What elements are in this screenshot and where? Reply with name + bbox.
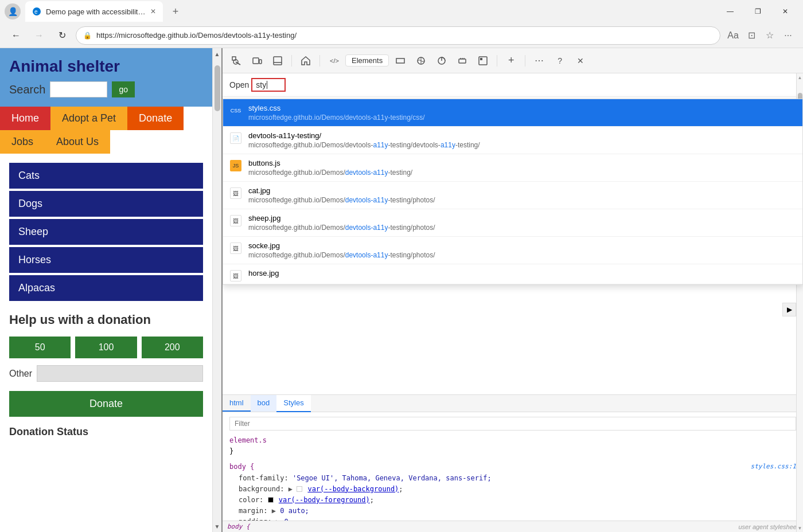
open-file-input[interactable]: sty	[251, 78, 286, 92]
close-button[interactable]: ✕	[772, 0, 798, 23]
close-devtools-button[interactable]: ✕	[571, 52, 590, 70]
help-button[interactable]: ?	[551, 52, 569, 70]
split-screen-icon[interactable]: ⊡	[743, 28, 759, 44]
suggestion-text: styles.css microsoftedge.github.io/Demos…	[248, 104, 796, 122]
scroll-area: ▲ ▼	[212, 48, 221, 532]
forward-button[interactable]: →	[30, 26, 48, 45]
favorites-icon[interactable]: ☆	[762, 28, 778, 44]
application-icon[interactable]	[474, 52, 492, 70]
url-bar[interactable]: 🔒 https://microsoftedge.github.io/Demos/…	[76, 26, 720, 45]
dt-scroll-up[interactable]: ▲	[797, 73, 803, 81]
donate-button[interactable]: Donate	[9, 391, 203, 417]
css-file-icon: CSS	[230, 105, 241, 116]
animal-cats[interactable]: Cats	[9, 163, 203, 189]
animal-dogs[interactable]: Dogs	[9, 191, 203, 217]
code-icon[interactable]: </>	[325, 52, 343, 70]
suggestion-cat-jpg[interactable]: 🖼 cat.jpg microsoftedge.github.io/Demos/…	[223, 182, 802, 209]
suggestion-buttons-js[interactable]: JS buttons.js microsoftedge.github.io/De…	[223, 154, 802, 182]
inspect-element-button[interactable]	[227, 52, 245, 70]
animal-sheep[interactable]: Sheep	[9, 219, 203, 245]
amount-200-button[interactable]: 200	[142, 337, 203, 358]
amount-50-button[interactable]: 50	[9, 337, 71, 358]
network-icon[interactable]	[391, 52, 410, 70]
suggestion-text5: sheep.jpg microsoftedge.github.io/Demos/…	[248, 214, 796, 232]
elements-tab[interactable]: Elements	[345, 54, 389, 66]
body-selector: body {	[229, 463, 254, 471]
tab-html[interactable]: html	[223, 395, 251, 412]
home-icon[interactable]	[297, 52, 315, 70]
browser-tab[interactable]: e Demo page with accessibility iss... ✕	[25, 1, 163, 22]
sources-icon[interactable]	[412, 52, 430, 70]
suggestion-name3: buttons.js	[248, 159, 796, 167]
donation-title: Help us with a donation	[9, 312, 203, 327]
nav-donate[interactable]: Donate	[127, 107, 184, 130]
jump-to-source-button[interactable]: ▶	[782, 303, 796, 316]
dt-scroll-down[interactable]: ▼	[797, 524, 803, 532]
nav-about[interactable]: About Us	[45, 130, 110, 154]
other-amount-input[interactable]	[37, 365, 203, 382]
more-tools-button[interactable]: ⋯	[530, 52, 548, 70]
page-icon: 📄	[230, 132, 241, 144]
add-tab-button[interactable]: +	[502, 52, 520, 70]
new-tab-button[interactable]: +	[167, 3, 184, 19]
tab-bod[interactable]: bod	[251, 395, 277, 412]
device-emulation-button[interactable]	[248, 52, 266, 70]
nav-home[interactable]: Home	[0, 107, 50, 130]
nav-jobs[interactable]: Jobs	[0, 130, 45, 154]
scroll-down-button[interactable]: ▼	[213, 521, 221, 532]
memory-icon[interactable]	[453, 52, 471, 70]
restore-button[interactable]: ❐	[744, 0, 771, 23]
suggestion-text4: cat.jpg microsoftedge.github.io/Demos/de…	[248, 186, 796, 204]
url-path: /Demos/devtools-a11y-testing/	[196, 31, 297, 40]
refresh-button[interactable]: ↻	[53, 26, 71, 45]
scroll-up-button[interactable]: ▲	[213, 48, 221, 60]
separator	[291, 55, 292, 66]
suggestion-name7: horse.jpg	[248, 269, 796, 277]
filter-input[interactable]	[229, 417, 796, 431]
text-cursor	[267, 81, 267, 89]
svg-rect-19	[480, 58, 482, 60]
suggestion-name5: sheep.jpg	[248, 214, 796, 222]
more-icon[interactable]: ···	[780, 28, 796, 44]
other-row: Other	[9, 365, 203, 382]
suggestion-styles-css[interactable]: CSS styles.css microsoftedge.github.io/D…	[223, 99, 802, 127]
bg-color-swatch	[297, 486, 302, 492]
performance-icon[interactable]	[432, 52, 451, 70]
search-input[interactable]	[50, 81, 107, 97]
svg-text:e: e	[34, 9, 38, 15]
suggestion-text3: buttons.js microsoftedge.github.io/Demos…	[248, 159, 796, 177]
suggestion-horse-jpg[interactable]: 🖼 horse.jpg	[223, 264, 802, 284]
tab-styles[interactable]: Styles	[276, 395, 310, 412]
css-color: color: var(--body-foreground);	[229, 495, 796, 506]
search-row: Search go	[9, 81, 203, 97]
bottom-tabs: html bod Styles	[223, 395, 803, 412]
url-domain: microsoftedge.github.io	[119, 31, 196, 40]
devtools-bottom: html bod Styles element.s } body {	[223, 394, 803, 521]
animal-alpacas[interactable]: Alpacas	[9, 275, 203, 301]
minimize-button[interactable]: —	[717, 0, 743, 23]
source-link[interactable]: styles.css:1	[751, 461, 796, 472]
animal-horses[interactable]: Horses	[9, 247, 203, 273]
amount-100-button[interactable]: 100	[75, 337, 137, 358]
svg-rect-7	[274, 57, 282, 65]
suggestion-page[interactable]: 📄 devtools-a11y-testing/ microsoftedge.g…	[223, 127, 802, 154]
search-go-button[interactable]: go	[112, 81, 135, 97]
nav-menu: Home Adopt a Pet Donate Jobs About Us	[0, 107, 212, 154]
tab-close-button[interactable]: ✕	[150, 7, 156, 15]
url-text: https://microsoftedge.github.io/Demos/de…	[96, 31, 713, 40]
read-aloud-icon[interactable]: Aa	[725, 28, 741, 44]
suggestion-name6: socke.jpg	[248, 241, 796, 250]
drawer-icon[interactable]	[268, 52, 287, 70]
suggestion-socke-jpg[interactable]: 🖼 socke.jpg microsoftedge.github.io/Demo…	[223, 237, 802, 264]
devtools-content: Open sty CSS styles.css microsoftedge.gi…	[223, 73, 803, 532]
suggestion-sheep-jpg[interactable]: 🖼 sheep.jpg microsoftedge.github.io/Demo…	[223, 209, 802, 237]
image-file-icon3: 🖼	[230, 242, 241, 254]
margin-triangle-icon[interactable]: ▶	[272, 507, 276, 515]
bg-triangle-icon[interactable]: ▶	[289, 485, 293, 493]
scroll-track	[213, 60, 221, 521]
nav-adopt[interactable]: Adopt a Pet	[50, 107, 127, 130]
donation-status: Donation Status	[9, 426, 203, 438]
back-button[interactable]: ←	[7, 26, 25, 45]
scroll-thumb[interactable]	[215, 65, 220, 111]
image-file-icon2: 🖼	[230, 215, 241, 226]
